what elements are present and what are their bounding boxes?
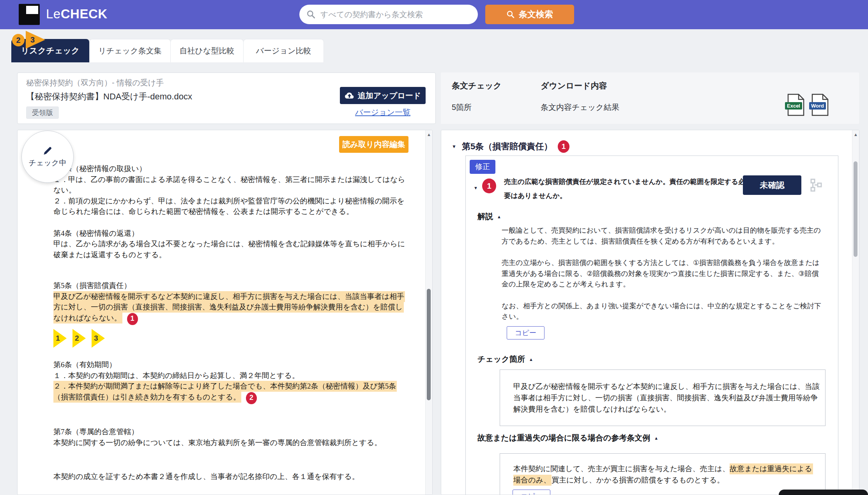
issue-number-badge-1[interactable]: 1 xyxy=(127,313,138,325)
tab-label: リチェック条文集 xyxy=(98,46,161,56)
check-location-quote-box: 甲及び乙が秘密情報を開示するなど本契約に違反し、相手方に損害を与えた場合には、当… xyxy=(500,369,826,426)
quote-text: 買主に対し、かかる損害の賠償をするものとする。 xyxy=(552,476,724,484)
detail-scrollbar: ▲ xyxy=(852,130,859,495)
issue-number-badge-2[interactable]: 2 xyxy=(246,392,257,404)
word-label: Word xyxy=(809,102,826,110)
copy-button[interactable]: コピー xyxy=(513,490,550,495)
chevron-up-icon[interactable]: ▲ xyxy=(497,214,501,219)
article4-heading: 第4条（秘密情報の返還） xyxy=(53,228,406,239)
compare-merge-icon[interactable] xyxy=(810,179,822,193)
tab-bar: リスクチェック リチェック条文集 自社ひな型比較 バージョン比較 xyxy=(11,39,324,62)
clause-check-count: 5箇所 xyxy=(452,102,472,113)
check-location-header-label: チェック箇所 xyxy=(477,354,525,364)
issue-question-text: 売主の広範な損害賠償責任が規定されていませんか。責任の範囲を限定する必要はありま… xyxy=(504,175,746,203)
search-input[interactable] xyxy=(320,10,478,19)
explanation-header-label: 解説 xyxy=(477,211,493,222)
page-marker-1[interactable]: 1 xyxy=(53,329,67,348)
explanation-paragraph: 一般論として、売買契約において、損害賠償請求を受けるリスクが高いのは目的物を販売… xyxy=(502,225,822,247)
tab-version-compare[interactable]: バージョン比較 xyxy=(244,39,324,62)
tab-label: バージョン比較 xyxy=(256,46,311,56)
article7-heading: 第7条（専属的合意管轄） xyxy=(53,426,406,437)
annotation-marker-circle-2: 2 xyxy=(12,34,25,46)
highlighted-line: なければならない。1 xyxy=(53,313,406,324)
contract-line: ２．前項の規定にかかわらず、甲は、法令または裁判所や監督官庁等の公的機関により秘… xyxy=(53,196,406,207)
logo-text-check: CHECK xyxy=(61,7,108,21)
excel-label: Excel xyxy=(785,102,802,110)
checking-status-bubble: チェック中 xyxy=(21,131,74,183)
contract-text: 第3条（秘密情報の取扱い） １．甲は、乙の事前の書面による承諾を得ることなく、秘… xyxy=(53,163,406,482)
highlight-text: 甲及び乙が秘密情報を開示するなど本契約に違反し、相手方に損害を与えた場合には、当… xyxy=(53,291,405,302)
global-search-box[interactable] xyxy=(299,5,478,24)
document-scrollbar: ▲ xyxy=(425,130,432,495)
article5-heading: 第5条（損害賠償責任） xyxy=(53,280,406,291)
reference-clause-header-label: 故意または重過失の場合に限る場合の参考条文例 xyxy=(477,433,650,443)
annotation-number: 3 xyxy=(30,35,35,44)
scroll-up-arrow[interactable]: ▲ xyxy=(852,132,859,137)
search-button-label: 条文検索 xyxy=(519,9,553,20)
reference-clause-box: 本件契約に関連して、売主が買主に損害を与えた場合、売主は、故意または重過失による… xyxy=(500,453,826,495)
contract-line: 本契約に関する一切の紛争については、東京地方裁判所を第一審の専属的合意管轄裁判所… xyxy=(53,437,406,448)
app-header: LeCHECK 条文検索 xyxy=(0,0,868,29)
chevron-down-icon[interactable]: ▼ xyxy=(452,144,456,149)
article6-heading: 第6条（有効期間） xyxy=(53,359,406,370)
explanation-header: 解説 ▲ xyxy=(477,211,501,222)
upload-button-label: 追加アップロード xyxy=(358,90,421,101)
chevron-up-icon[interactable]: ▲ xyxy=(654,436,658,440)
search-icon xyxy=(306,10,316,19)
page-marker-3[interactable]: 3 xyxy=(92,329,105,348)
explanation-paragraph: 売主の立場から、損害賠償の範囲を狭くする方法としては、①損害賠償義務を負う場合を… xyxy=(502,258,822,290)
highlighted-line: 甲及び乙が秘密情報を開示するなど本契約に違反し、相手方に損害を与えた場合には、当… xyxy=(53,291,406,302)
revision-badge: 修正 xyxy=(470,160,495,174)
word-download-icon[interactable]: Word xyxy=(811,94,829,116)
edit-ocr-content-button[interactable]: 読み取り内容編集 xyxy=(339,136,408,153)
scrollbar-thumb[interactable] xyxy=(854,161,857,257)
contract-filename: 【秘密保持契約書】NDA受け手-demo.docx xyxy=(26,91,192,103)
scroll-up-arrow[interactable]: ▲ xyxy=(426,132,432,137)
clause-section-header: ▼ 第5条（損害賠償責任） 1 xyxy=(452,140,569,153)
contract-line: １．本契約の有効期間は、本契約の締結日から起算し、満２年間とする。 xyxy=(53,370,406,381)
cloud-upload-icon xyxy=(345,92,354,99)
clause-check-header: 条文チェック xyxy=(452,80,502,91)
clause-section-title: 第5条（損害賠償責任） xyxy=(462,141,552,152)
highlight-text: 方に対し、一切の損害（直接損害、間接損害、逸失利益及び弁護士費用等紛争解決費用を… xyxy=(53,302,404,313)
chevron-up-icon[interactable]: ▲ xyxy=(529,357,533,362)
contract-line: 破棄または返還するものとする。 xyxy=(53,249,406,260)
check-summary-card: 条文チェック ダウンロード内容 5箇所 条文内容チェック結果 Excel Wor… xyxy=(441,72,859,124)
version-list-link[interactable]: バージョン一覧 xyxy=(340,107,426,118)
quote-line: 甲及び乙が秘密情報を開示するなど本契約に違反し、相手方に損害を与えた場合には、当… xyxy=(513,381,825,392)
highlight-text: （損害賠償責任）は引き続き効力を有するものとする。 xyxy=(53,392,241,403)
tab-template-compare[interactable]: 自社ひな型比較 xyxy=(171,39,244,62)
page-marker-2[interactable]: 2 xyxy=(72,329,86,348)
marker-number: 3 xyxy=(94,334,98,343)
version-badge: 受領版 xyxy=(26,106,59,119)
highlight-text: ２．本件契約が期間満了または解除等により終了した場合でも、本件契約第2条（秘密情… xyxy=(53,381,397,392)
chevron-down-icon[interactable]: ▼ xyxy=(474,186,478,190)
search-icon xyxy=(506,10,515,19)
additional-upload-button[interactable]: 追加アップロード xyxy=(340,87,426,104)
contract-category: 秘密保持契約（双方向）- 情報の受け手 xyxy=(26,78,164,88)
quote-line: 場合のみ、買主に対し、かかる損害の賠償をするものとする。 xyxy=(513,474,825,486)
highlighted-line: ２．本件契約が期間満了または解除等により終了した場合でも、本件契約第2条（秘密情… xyxy=(53,381,406,392)
download-content-value: 条文内容チェック結果 xyxy=(541,102,619,113)
lecheck-logo-icon xyxy=(19,4,40,25)
risk-detail-panel: ▼ 第5条（損害賠償責任） 1 修正 ▼ 1 売主の広範な損害賠償責任が規定され… xyxy=(441,130,859,495)
scrollbar-thumb[interactable] xyxy=(427,289,431,400)
contract-document-panel: 読み取り内容編集 チェック中 第3条（秘密情報の取扱い） １．甲は、乙の事前の書… xyxy=(17,130,433,495)
logo-text-le: Le xyxy=(46,7,61,21)
excel-download-icon[interactable]: Excel xyxy=(787,94,804,116)
corner-widget[interactable] xyxy=(779,490,868,495)
checking-status-label: チェック中 xyxy=(29,158,67,168)
contract-line: １．甲は、乙の事前の書面による承諾を得ることなく、秘密情報を、第三者に開示または… xyxy=(53,174,406,185)
contract-line: ない。 xyxy=(53,185,406,196)
search-submit-button[interactable]: 条文検索 xyxy=(485,5,574,24)
contract-line: 命じられた場合には、命じられた範囲で秘密情報を、公表または開示することができる。 xyxy=(53,206,406,217)
highlighted-line: （損害賠償責任）は引き続き効力を有するものとする。2 xyxy=(53,392,406,403)
reference-clause-header: 故意または重過失の場合に限る場合の参考条文例 ▲ xyxy=(477,433,658,443)
clause-issue-count-badge: 1 xyxy=(558,140,569,153)
page-marker-row: 1 2 3 xyxy=(53,329,406,348)
copy-button[interactable]: コピー xyxy=(507,326,544,339)
closing-line: 本契約の成立を証するため本書２通を作成し、当事者が記名捺印の上、各１通を保有する… xyxy=(53,471,406,482)
quote-text: 本件契約に関連して、売主が買主に損害を与えた場合、売主は、 xyxy=(513,465,730,473)
unconfirmed-status-button[interactable]: 未確認 xyxy=(743,175,801,195)
tab-recheck-clauses[interactable]: リチェック条文集 xyxy=(89,39,171,62)
